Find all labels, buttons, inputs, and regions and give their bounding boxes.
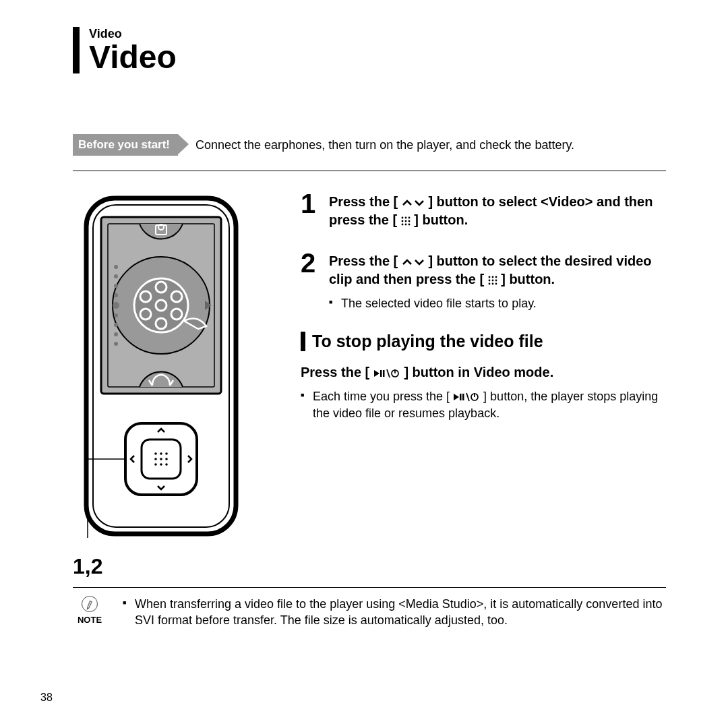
before-you-start-text: Connect the earphones, then turn on the … <box>195 138 574 152</box>
svg-point-51 <box>491 280 493 282</box>
step-1-text: Press the [ ] button to select <Video> a… <box>329 193 666 229</box>
svg-point-27 <box>154 452 157 455</box>
svg-point-54 <box>491 283 493 285</box>
svg-point-16 <box>114 274 118 278</box>
svg-point-21 <box>114 323 118 327</box>
svg-point-14 <box>140 291 151 302</box>
svg-point-22 <box>114 332 118 336</box>
svg-point-33 <box>154 463 157 466</box>
page-title: Video <box>89 41 666 73</box>
svg-rect-63 <box>460 394 462 400</box>
before-you-start-row: Before you start! Connect the earphones,… <box>73 134 666 171</box>
note-label: NOTE <box>73 615 107 625</box>
grid-icon <box>488 276 497 285</box>
step-1: 1 Press the [ ] button to select <Video>… <box>301 190 666 229</box>
svg-point-20 <box>114 313 118 317</box>
svg-point-39 <box>404 217 406 219</box>
svg-point-18 <box>114 293 118 297</box>
svg-point-52 <box>495 280 497 282</box>
svg-point-35 <box>165 463 168 466</box>
svg-rect-57 <box>380 370 382 377</box>
step-number: 2 <box>301 249 320 311</box>
note-text: When transferring a video file to the pl… <box>123 596 666 629</box>
play-pause-power-icon <box>373 369 400 378</box>
svg-point-44 <box>401 224 403 226</box>
note-row: NOTE When transferring a video file to t… <box>73 596 666 629</box>
header-bar: Video Video <box>73 27 666 73</box>
divider <box>73 587 666 588</box>
step-2-bullet: The selected video file starts to play. <box>329 295 666 311</box>
svg-point-50 <box>488 280 490 282</box>
before-you-start-badge: Before you start! <box>73 134 178 156</box>
note-icon <box>80 594 100 615</box>
step-list: 1 Press the [ ] button to select <Video>… <box>301 190 666 311</box>
main-content: 1,2 1 Press the [ ] button to select <Vi… <box>73 190 666 579</box>
svg-point-28 <box>160 452 162 455</box>
stop-bullet: Each time you press the [ ] button, the … <box>301 388 666 421</box>
subheading: To stop playing the video file <box>312 332 666 351</box>
svg-point-55 <box>495 283 497 285</box>
device-column: 1,2 <box>73 190 275 579</box>
svg-point-10 <box>171 291 182 302</box>
svg-point-42 <box>404 220 406 222</box>
svg-point-12 <box>156 318 166 329</box>
grid-icon <box>401 216 411 226</box>
subheading-bar: To stop playing the video file <box>301 332 666 351</box>
svg-point-34 <box>160 463 162 466</box>
step-2: 2 Press the [ ] button to select the des… <box>301 249 666 311</box>
svg-point-31 <box>160 458 162 460</box>
svg-point-32 <box>165 458 168 460</box>
svg-line-65 <box>466 393 469 401</box>
svg-point-23 <box>114 342 118 346</box>
svg-point-38 <box>401 217 403 219</box>
svg-point-41 <box>401 220 403 222</box>
svg-rect-58 <box>383 370 385 377</box>
svg-point-45 <box>404 224 406 226</box>
page-number: 38 <box>40 692 53 704</box>
svg-point-46 <box>408 224 410 226</box>
svg-point-30 <box>154 458 157 460</box>
svg-point-19 <box>113 302 119 309</box>
svg-point-13 <box>140 309 151 320</box>
svg-rect-64 <box>462 394 464 400</box>
svg-point-49 <box>495 276 497 278</box>
device-illustration <box>73 194 262 545</box>
step-2-text: Press the [ ] button to select the desir… <box>329 252 666 289</box>
svg-point-11 <box>171 309 182 320</box>
svg-point-40 <box>408 217 410 219</box>
svg-marker-56 <box>374 370 380 377</box>
svg-point-43 <box>408 220 410 222</box>
instructions-column: 1 Press the [ ] button to select <Video>… <box>301 190 666 421</box>
svg-line-59 <box>387 369 390 377</box>
svg-point-48 <box>491 276 493 278</box>
step-number: 1 <box>301 190 320 229</box>
play-pause-power-icon <box>453 392 480 402</box>
stop-instruction: Press the [ ] button in Video mode. <box>301 363 666 382</box>
svg-point-8 <box>156 300 166 311</box>
svg-point-53 <box>488 283 490 285</box>
up-down-icon <box>402 257 425 267</box>
svg-point-15 <box>114 265 118 269</box>
svg-marker-62 <box>454 394 459 400</box>
callout-label: 1,2 <box>73 554 275 579</box>
svg-point-29 <box>165 452 168 455</box>
svg-point-47 <box>488 276 490 278</box>
svg-point-9 <box>156 282 166 293</box>
svg-point-17 <box>114 284 118 288</box>
up-down-icon <box>402 198 425 208</box>
